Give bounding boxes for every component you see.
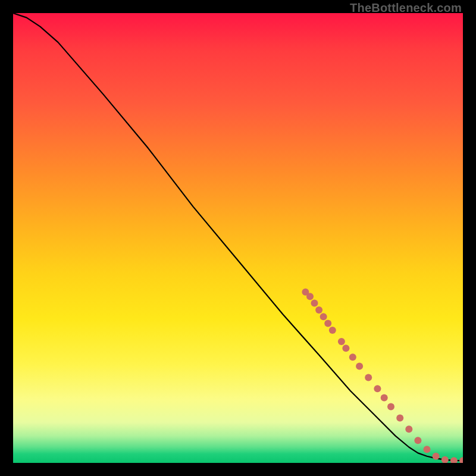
data-marker <box>342 345 349 352</box>
data-marker <box>414 437 421 444</box>
data-marker <box>356 363 363 370</box>
curve-line <box>13 13 463 461</box>
data-marker <box>459 457 463 463</box>
data-marker <box>433 453 440 460</box>
data-marker <box>315 306 322 314</box>
data-marker <box>424 446 431 453</box>
data-marker <box>306 293 314 300</box>
data-marker <box>329 327 336 334</box>
data-marker <box>387 403 394 411</box>
data-marker <box>405 425 412 433</box>
data-marker <box>311 300 318 307</box>
data-marker <box>324 320 331 327</box>
data-markers <box>302 289 463 463</box>
data-marker <box>450 457 458 463</box>
data-marker <box>381 394 388 401</box>
data-marker <box>320 313 327 320</box>
data-marker <box>374 385 381 392</box>
plot-area <box>13 13 463 463</box>
data-marker <box>338 338 345 345</box>
data-marker <box>302 289 309 296</box>
chart-svg <box>13 13 463 463</box>
data-marker <box>349 353 356 361</box>
data-marker <box>396 414 403 421</box>
data-marker <box>365 374 372 381</box>
data-marker <box>441 456 449 463</box>
chart-frame: TheBottleneck.com <box>0 0 476 476</box>
